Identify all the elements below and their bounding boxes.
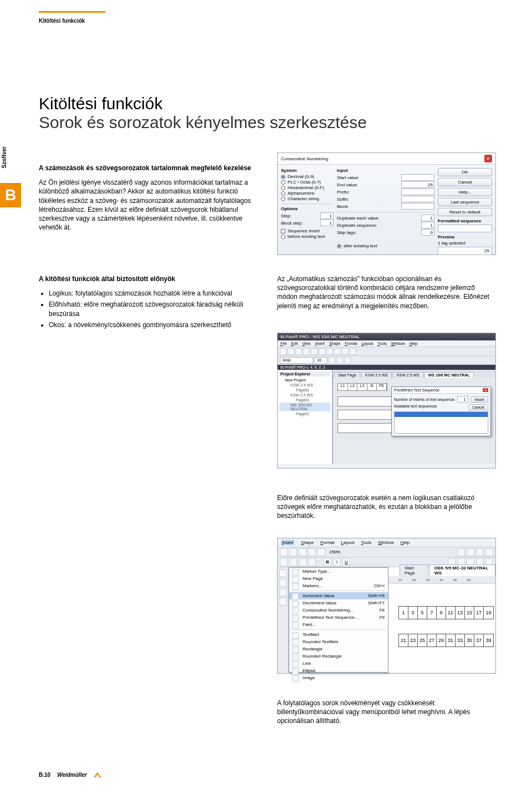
menu-layout[interactable]: Layout [361, 342, 373, 345]
menu-shape[interactable]: Shape [301, 540, 314, 545]
formatted-sequence-field[interactable] [438, 225, 492, 232]
reset-default-button[interactable]: Reset to default [438, 208, 492, 216]
insert-button[interactable]: Insert [470, 396, 488, 403]
suffix-input[interactable] [401, 196, 434, 202]
menu-item[interactable]: Predefined Text Sequence...F9 [289, 614, 388, 621]
tool-button[interactable] [279, 569, 287, 577]
toolbar-button[interactable] [476, 548, 484, 556]
menu-format[interactable]: Format [345, 342, 357, 345]
menu-edit[interactable]: Edit [291, 342, 298, 345]
toolbar-button[interactable] [485, 548, 493, 556]
tab[interactable]: KSW 2.5 WS [393, 372, 423, 378]
side-toolbar[interactable] [278, 567, 289, 673]
menu-window[interactable]: Window [391, 342, 405, 345]
radio-hexadecimal[interactable] [281, 186, 285, 190]
radio-alphanumeric[interactable] [281, 191, 285, 196]
start-value-input[interactable] [401, 174, 434, 181]
marker-strip-1[interactable]: 135791113151719 [398, 606, 494, 619]
menu-item[interactable]: Markers...Ctrl+I [289, 582, 388, 589]
menu-window[interactable]: Window [378, 540, 393, 545]
italic-button[interactable]: I [333, 558, 341, 566]
menu-item[interactable]: Textfield [289, 631, 388, 638]
zoom-value[interactable]: 150% [329, 549, 340, 554]
underline-button[interactable]: U [342, 558, 350, 566]
menu-view[interactable]: View [302, 342, 310, 345]
tool-button[interactable] [279, 579, 287, 587]
sequences-listbox[interactable] [394, 411, 488, 434]
menu-item[interactable]: Field... [289, 621, 388, 628]
help-button[interactable]: Help... [438, 188, 492, 196]
toolbar-button[interactable] [280, 548, 288, 556]
radio-after-text[interactable] [337, 244, 341, 248]
toolbar-font[interactable]: Arial 10 [278, 356, 495, 365]
tree-item[interactable]: KSW 2.5 WS [279, 393, 330, 398]
tab[interactable]: WS 10/6 MC NEUTRAL [424, 372, 474, 378]
menu-shape[interactable]: Shape [329, 342, 340, 345]
menu-item[interactable]: Image [289, 674, 388, 681]
marker-strip[interactable]: L1L2L3NPE [337, 383, 387, 391]
cancel-button[interactable]: Cancel [438, 178, 492, 186]
toolbar-button[interactable] [318, 548, 325, 556]
document-tabs[interactable]: Start PageDEK 5/5 MC-10 NEUTRAL WS [388, 567, 495, 576]
toolbar-button[interactable] [299, 548, 306, 556]
end-value-input[interactable]: 25 [401, 181, 434, 188]
menu-tools[interactable]: Tools [377, 342, 386, 345]
menu-item[interactable]: Rectangle [289, 645, 388, 653]
menu-layout[interactable]: Layout [341, 540, 355, 545]
radio-plc-octal[interactable] [281, 180, 285, 185]
skip-tags-input[interactable]: 0 [421, 229, 434, 236]
menu-item[interactable]: Rounded Textfield [289, 638, 388, 645]
tree-item[interactable]: New Project [279, 378, 330, 383]
project-explorer[interactable]: Project Explorer New Project KSW 2.5 WS … [278, 370, 333, 464]
toolbar-button[interactable] [467, 548, 474, 556]
close-icon[interactable]: × [484, 155, 492, 162]
radio-before-text[interactable] [281, 235, 285, 239]
close-icon[interactable]: × [483, 388, 488, 392]
menu-help[interactable]: Help [401, 540, 410, 545]
tree-item[interactable]: Page01 [279, 398, 330, 403]
duplicate-each-input[interactable]: 1 [421, 215, 434, 221]
tab[interactable]: Start Page [400, 564, 428, 576]
fontsize-select[interactable]: 10 [314, 357, 328, 364]
toolbar-button[interactable] [334, 348, 341, 355]
toolbar-button[interactable] [350, 348, 356, 355]
menubar[interactable]: FileEditViewInsertShapeFormatLayoutTools… [278, 340, 495, 347]
menu-item[interactable]: Decrement ValueShift+F7 [289, 599, 388, 607]
menu-item[interactable]: New Page [289, 575, 388, 582]
menubar[interactable]: InsertShapeFormatLayoutToolsWindowHelp [278, 538, 495, 547]
last-sequence-button[interactable]: Last sequence [438, 198, 492, 206]
font-select[interactable]: Arial [280, 357, 313, 364]
bold-button[interactable] [329, 357, 335, 364]
document-tabs[interactable]: Start PageKSW 2.5 WSKSW 2.5 WSWS 10/6 MC… [333, 370, 495, 378]
toolbar-button[interactable] [289, 558, 297, 566]
menu-file[interactable]: File [280, 342, 287, 345]
menu-tools[interactable]: Tools [361, 540, 372, 545]
insert-dropdown-menu[interactable]: Marker Type...New PageMarkers...Ctrl+IIn… [289, 567, 388, 673]
sequence-insert-checkbox[interactable] [281, 229, 285, 233]
tab[interactable]: Start Page [334, 372, 360, 378]
inserts-input[interactable]: 1 [457, 396, 468, 403]
toolbar-button[interactable] [289, 548, 297, 556]
toolbar-button[interactable] [311, 348, 318, 355]
tree-item[interactable]: KSW 2.5 WS [279, 383, 330, 388]
step-input[interactable]: 1 [320, 212, 334, 219]
block-input[interactable] [401, 203, 434, 210]
menu-insert[interactable]: Insert [315, 342, 325, 345]
menu-item[interactable]: Line [289, 660, 388, 667]
ok-button[interactable]: OK [438, 168, 492, 176]
menu-item[interactable]: Consecutive Numbering...F8 [289, 607, 388, 614]
toolbar-button[interactable] [288, 348, 294, 355]
toolbar-button[interactable] [303, 348, 310, 355]
toolbar[interactable]: 150% [278, 547, 495, 557]
toolbar-button[interactable] [457, 548, 465, 556]
prefix-input[interactable] [401, 189, 434, 195]
toolbar-button[interactable] [326, 348, 333, 355]
toolbar-button[interactable] [280, 348, 287, 355]
menu-item[interactable]: Marker Type... [289, 568, 388, 575]
menu-help[interactable]: Help [410, 342, 417, 345]
marker-strip-2[interactable]: 21232527293133353739 [398, 634, 494, 647]
tool-button[interactable] [279, 588, 287, 596]
tree-item[interactable]: WS 10/6 MC NEUTRAL [279, 403, 330, 411]
menu-item[interactable]: Ellipse [289, 667, 388, 674]
menu-insert[interactable]: Insert [281, 540, 294, 545]
